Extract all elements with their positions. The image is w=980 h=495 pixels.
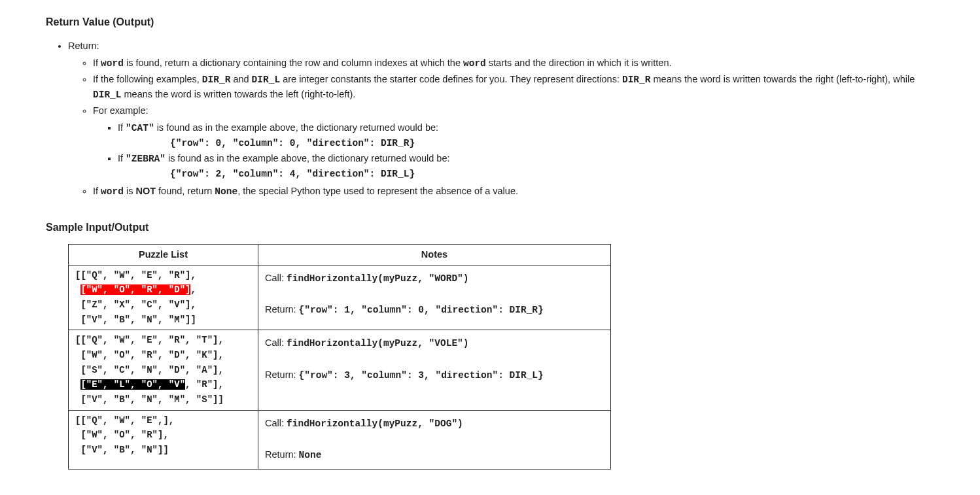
return-list: Return: If word is found, return a dicti…	[46, 39, 934, 199]
text: means the word is written towards the ri…	[650, 74, 915, 84]
code-zebra: "ZEBRA"	[126, 154, 166, 164]
return-label: Return:	[265, 369, 299, 380]
highlighted-text: ["E", "L", "O", "V"	[80, 379, 185, 390]
table-row: [["Q", "W", "E", "R"], ["W", "O", "R", "…	[69, 265, 611, 330]
return-code: None	[299, 450, 322, 460]
call-line: Call: findHorizontally(myPuzz, "WORD")	[265, 269, 604, 288]
text: , the special Python type used to repres…	[237, 186, 518, 196]
text: starts and the direction in which it is …	[486, 58, 672, 68]
code-text: [["Q", "W", "E",], ["W", "O", "R"], ["V"…	[75, 415, 174, 455]
sample-table: Puzzle List Notes [["Q", "W", "E", "R"],…	[68, 244, 611, 469]
return-item: Return: If word is found, return a dicti…	[68, 39, 934, 199]
call-code: findHorizontally(myPuzz, "VOLE")	[287, 338, 468, 349]
text: If	[93, 186, 101, 196]
spacer	[265, 288, 604, 301]
code-none: None	[215, 186, 237, 197]
code-dirl: DIR_L	[252, 75, 281, 85]
call-label: Call:	[265, 418, 287, 428]
return-label: Return:	[265, 304, 299, 315]
puzzle-cell: [["Q", "W", "E",], ["W", "O", "R"], ["V"…	[69, 410, 258, 469]
text: is found as in the example above, the di…	[166, 153, 449, 163]
spacer	[265, 353, 604, 366]
return-line: Return: None	[265, 446, 604, 465]
text: is found as in the example above, the di…	[154, 122, 438, 133]
sub-constants: If the following examples, DIR_R and DIR…	[93, 72, 934, 103]
call-code: findHorizontally(myPuzz, "WORD")	[287, 273, 468, 284]
code-dirl: DIR_L	[93, 90, 122, 100]
notes-cell: Call: findHorizontally(myPuzz, "VOLE")Re…	[258, 330, 611, 410]
text: are integer constants the starter code d…	[280, 74, 622, 84]
puzzle-cell: [["Q", "W", "E", "R", "T"], ["W", "O", "…	[69, 330, 258, 410]
highlighted-text: ["W", "O", "R", "D"]	[80, 284, 190, 295]
call-line: Call: findHorizontally(myPuzz, "VOLE")	[265, 334, 604, 353]
return-sublist: If word is found, return a dictionary co…	[68, 56, 934, 199]
return-code: {"row": 3, "column": 3, "direction": DIR…	[299, 370, 544, 381]
text: If	[93, 58, 101, 68]
code-word: word	[101, 58, 124, 69]
text: If the following examples,	[93, 74, 202, 84]
code-word: word	[463, 58, 486, 69]
call-code: findHorizontally(myPuzz, "DOG")	[287, 418, 463, 429]
example-cat-code: {"row": 0, "column": 0, "direction": DIR…	[170, 136, 934, 150]
table-row: [["Q", "W", "E", "R", "T"], ["W", "O", "…	[69, 330, 611, 410]
call-line: Call: findHorizontally(myPuzz, "DOG")	[265, 415, 604, 434]
notes-cell: Call: findHorizontally(myPuzz, "DOG")Ret…	[258, 410, 611, 469]
return-line: Return: {"row": 1, "column": 0, "directi…	[265, 301, 604, 320]
sub-example: For example: If "CAT" is found as in the…	[93, 103, 934, 181]
puzzle-cell: [["Q", "W", "E", "R"], ["W", "O", "R", "…	[69, 265, 258, 330]
text: For example:	[93, 105, 149, 116]
col-notes: Notes	[258, 245, 611, 265]
col-puzzle-list: Puzzle List	[69, 245, 258, 265]
return-line: Return: {"row": 3, "column": 3, "directi…	[265, 366, 604, 385]
call-label: Call:	[265, 273, 287, 283]
sub-notfound: If word is NOT found, return None, the s…	[93, 184, 934, 199]
return-label: Return:	[265, 449, 299, 460]
spacer	[265, 433, 604, 446]
sample-io-heading: Sample Input/Output	[46, 220, 934, 236]
text: is found, return a dictionary containing…	[124, 58, 463, 68]
code-dirr: DIR_R	[622, 75, 651, 85]
example-cat: If "CAT" is found as in the example abov…	[118, 120, 934, 150]
text: If	[118, 122, 126, 133]
return-value-heading: Return Value (Output)	[46, 14, 934, 31]
example-zebra-code: {"row": 2, "column": 4, "direction": DIR…	[170, 167, 934, 181]
example-zebra: If "ZEBRA" is found as in the example ab…	[118, 151, 934, 181]
code-dirr: DIR_R	[202, 75, 231, 85]
call-label: Call:	[265, 337, 287, 348]
text: found, return	[156, 186, 215, 196]
code-word: word	[101, 186, 124, 197]
example-list: If "CAT" is found as in the example abov…	[93, 120, 934, 181]
not-bold: NOT	[135, 186, 156, 196]
table-row: [["Q", "W", "E",], ["W", "O", "R"], ["V"…	[69, 410, 611, 469]
return-code: {"row": 1, "column": 0, "direction": DIR…	[299, 305, 544, 315]
text: is	[124, 186, 136, 196]
notes-cell: Call: findHorizontally(myPuzz, "WORD")Re…	[258, 265, 611, 330]
text: means the word is written towards the le…	[122, 89, 356, 99]
code-cat: "CAT"	[126, 123, 154, 133]
return-label: Return:	[68, 41, 99, 51]
text: If	[118, 153, 126, 163]
sub-found: If word is found, return a dictionary co…	[93, 56, 934, 71]
text: and	[230, 74, 251, 84]
